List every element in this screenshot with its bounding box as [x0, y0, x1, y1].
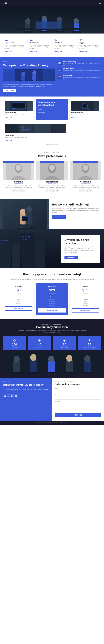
pricing-plan-1-feature-3: Functie 3	[5, 303, 32, 304]
service-featured-link[interactable]: MEER LEZEN	[38, 112, 45, 113]
svg-rect-17	[15, 68, 43, 81]
stats-description: Sample text. Click to select the text. C…	[17, 330, 87, 334]
step-1-desc: Donec vitae. Dolor sit amet. Click to ad…	[5, 44, 25, 50]
funding-button[interactable]: LEES VERDER	[52, 215, 66, 219]
service-research-desc: Click to select the Text Element. Click …	[71, 114, 99, 116]
pricing-plan-1-feature-2: Functie 2	[5, 301, 32, 302]
service-website-desc: Click to select the Text Element. Click …	[5, 114, 33, 116]
contact-form-label: Neem contact met ons op	[55, 381, 101, 382]
form-email-label: E-mail	[55, 394, 101, 396]
services-grid: Website ontwerp Click to select the Text…	[3, 99, 101, 143]
stat-clients: ◈ 40 CLIENTS	[28, 336, 51, 350]
step-2: 02 Uw strategie Donec vitae. Dolor sit a…	[28, 36, 51, 54]
stat-awards-label: ONDERSCHEIDINGEN	[80, 347, 99, 348]
svg-point-23	[32, 70, 36, 74]
pricing-plan-3-period: Per maand	[72, 293, 99, 294]
vision-section: Uw visie plus onze expertise Egestas par…	[0, 229, 104, 268]
team-member-2-photo	[36, 161, 68, 180]
vision-description: Egestas parturient amet porttitor ut aen…	[64, 246, 96, 254]
svg-rect-36	[21, 129, 30, 130]
pricing-plan-3-users: 11 gebruikers	[72, 295, 99, 296]
pricing-plan-3-name: Bedrijf	[72, 286, 99, 287]
linkedin-icon-3[interactable]: in	[89, 189, 92, 192]
form-message-input[interactable]	[55, 403, 101, 411]
vision-image-credit: Afbeelding van Freepik	[46, 266, 58, 268]
form-name-group: Name	[55, 388, 101, 393]
pricing-section: Klein prijsplan voor uw creatieve bedrij…	[0, 268, 104, 319]
step-3-desc: Donec vitae. Dolor sit amet. Click to ad…	[54, 44, 74, 50]
about-button[interactable]: LEES VERDER	[3, 89, 16, 92]
twitter-icon-2[interactable]: t	[49, 189, 52, 192]
menu-icon[interactable]: ☰	[99, 2, 101, 4]
pricing-plan-3-feature-4: Functie 4	[72, 305, 99, 306]
svg-point-20	[21, 72, 25, 76]
service-website-link[interactable]: MEER LEZEN	[5, 117, 12, 118]
svg-point-42	[16, 165, 21, 171]
twitter-icon[interactable]: t	[15, 189, 18, 192]
service-website-title: Website ontwerp	[5, 112, 33, 114]
team-member-3-desc: Dolor sit amet consectetur adipiscing el…	[70, 185, 101, 188]
svg-rect-27	[12, 108, 15, 109]
youtube-icon-3[interactable]: y	[86, 189, 89, 192]
contact-left: CONTACT Wat kunnen wij voor uw bedrijf b…	[0, 378, 52, 421]
svg-point-7	[42, 16, 47, 21]
facebook-icon-2[interactable]: f	[45, 189, 48, 192]
funding-description: Faucibus urna aliquet. a cursus et ornar…	[52, 208, 101, 213]
service-research-link[interactable]: MEER LEZEN	[71, 117, 78, 118]
team-member-1-photo	[3, 161, 34, 180]
stat-team: ◉ 20 ONS TEAM	[53, 336, 76, 350]
service-social-link[interactable]: MEER LEZEN	[5, 140, 12, 141]
team-member-3-name: ANN RICHMOND	[70, 181, 101, 183]
database-icon: 🗄	[58, 68, 62, 72]
step-2-number: 02	[30, 38, 50, 41]
step-3-link[interactable]: LEES MEER	[54, 51, 62, 52]
form-name-input[interactable]	[55, 389, 101, 393]
about-section: OVER Een oprichter Branding Agency Afbee…	[0, 57, 104, 96]
stat-projects: ◇ 100 PROJECTEN	[3, 336, 26, 350]
footer: Donec vitae. Click to add or double clic…	[0, 421, 104, 425]
svg-point-80	[14, 356, 20, 362]
contact-form-title: Snel een offerte aanvragen	[55, 383, 101, 385]
step-4-link[interactable]: LEES MEER	[79, 51, 87, 52]
svg-point-31	[83, 104, 86, 108]
form-email-input[interactable]	[55, 396, 101, 400]
contact-section: CONTACT Wat kunnen wij voor uw bedrijf b…	[0, 378, 104, 421]
stats-section: Consultancy successen Consultancy succes…	[0, 319, 104, 378]
about-feature-2: 🗄 Databanksyering Click to select the Te…	[58, 68, 101, 73]
pricing-plan-3-button[interactable]: Jaarlijks doorgaan	[72, 308, 99, 312]
service-website: Website ontwerp Click to select the Text…	[3, 99, 35, 120]
about-feature-1: ⌨ UI/UX ontwikkeling Click to select the…	[58, 61, 101, 66]
vision-button[interactable]: LEES VERDER	[64, 256, 78, 259]
step-3-number: 03	[54, 38, 74, 41]
facebook-icon[interactable]: f	[12, 189, 15, 192]
funding-image-credit: Afbeelding van Freepik	[19, 226, 30, 228]
linkedin-icon-2[interactable]: in	[56, 189, 59, 192]
svg-rect-34	[34, 124, 51, 133]
facebook-icon-3[interactable]: f	[79, 189, 82, 192]
linkedin-icon[interactable]: in	[22, 189, 25, 192]
form-submit-button[interactable]: INDIENEN	[55, 413, 101, 417]
service-featured-desc: Klantenservice voor al uw vragen. Click …	[38, 107, 66, 110]
pricing-plan-2-users: 11 gebruikers	[38, 295, 66, 296]
pricing-plan-2-button[interactable]: Jaarlijks doorgaan	[38, 308, 66, 312]
team-section: Ontmoet het team Onze professionals MARY…	[0, 148, 104, 199]
svg-point-52	[83, 165, 88, 171]
service-research: Online onderzoek Click to select the Tex…	[69, 99, 101, 120]
step-4: 04 Stijlgids Donec vitae. Dolor sit amet…	[78, 36, 101, 54]
services-section: Website ontwerp Click to select the Text…	[0, 96, 104, 148]
step-1-link[interactable]: LEES MEER	[5, 51, 13, 52]
youtube-icon-2[interactable]: y	[52, 189, 55, 192]
youtube-icon[interactable]: y	[19, 189, 22, 192]
step-1: 01 Lage waarde Donec vitae. Dolor sit am…	[3, 36, 26, 54]
step-3: 03 Richtlijnen Donec vitae. Dolor sit am…	[53, 36, 76, 54]
step-2-link[interactable]: LEES MEER	[30, 51, 37, 52]
team-member-1-role: Directeur-bestuur	[3, 183, 34, 184]
team-icon: ◉	[55, 338, 74, 342]
pricing-plan-2-feature-3: Functie 3	[38, 303, 66, 304]
team-member-3-photo	[70, 161, 101, 180]
twitter-icon-3[interactable]: t	[82, 189, 85, 192]
funding-section: Afbeelding van Freepik Hoe werkt startfi…	[0, 199, 104, 229]
team-member-3: ANN RICHMOND Productiemanager Dolor sit …	[70, 161, 101, 192]
pricing-plan-1-button[interactable]: Gratis uploaden	[5, 306, 32, 310]
step-4-number: 04	[79, 38, 99, 41]
